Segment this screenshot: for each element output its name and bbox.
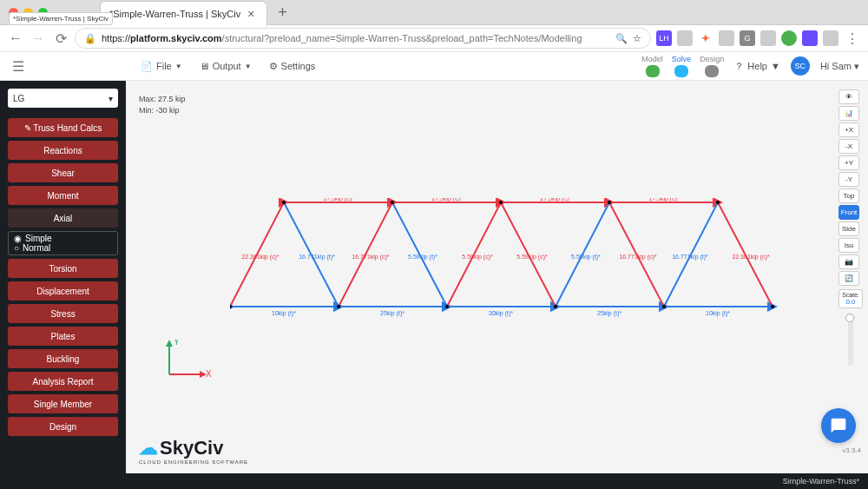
back-button[interactable]: ←	[7, 30, 24, 46]
svg-text:5.59kip (c)*: 5.59kip (c)*	[462, 254, 493, 261]
svg-point-28	[608, 201, 611, 204]
truss-diagram: 17.5kip (c)* 27.5kip (c)* 27.5kip (c)* 1…	[230, 198, 786, 320]
svg-text:10kip (t)*: 10kip (t)*	[706, 310, 730, 317]
tab-title: *Simple-Warren-Truss | SkyCiv	[109, 9, 240, 19]
sidebar-item[interactable]: Moment	[8, 186, 118, 205]
radio-normal[interactable]: ○ Normal	[14, 243, 112, 253]
svg-text:5.59kip (t)*: 5.59kip (t)*	[571, 254, 601, 261]
sidebar-item[interactable]: Shear	[8, 163, 118, 182]
chat-button[interactable]	[821, 408, 856, 443]
view-top[interactable]: Top	[838, 188, 859, 203]
address-bar: ← → ⟳ 🔒 https://platform.skyciv.com/stru…	[0, 25, 868, 52]
sidebar-item[interactable]: Design	[8, 417, 118, 436]
forward-button[interactable]: →	[30, 30, 47, 46]
view-minus-x[interactable]: -X	[838, 139, 859, 154]
reload-button[interactable]: ⟳	[52, 30, 69, 47]
skyciv-extension-icon[interactable]	[823, 30, 838, 46]
extension-icon[interactable]: LH	[656, 30, 672, 46]
sidebar-item-axial[interactable]: Axial	[8, 208, 118, 228]
svg-point-25	[282, 201, 286, 204]
view-side[interactable]: Side	[838, 221, 859, 236]
view-plus-y[interactable]: +Y	[838, 155, 859, 170]
svg-marker-50	[166, 340, 173, 347]
extension-icon[interactable]	[719, 30, 734, 46]
svg-text:25kip (t)*: 25kip (t)*	[597, 310, 621, 317]
chrome-menu-icon[interactable]: ⋮	[844, 30, 861, 47]
sidebar-item[interactable]: Plates	[8, 327, 118, 346]
url-text: https://platform.skyciv.com/structural?p…	[102, 33, 582, 43]
extension-icon[interactable]: ✦	[698, 30, 713, 46]
help-icon: ？	[734, 60, 744, 73]
sidebar-item[interactable]: Analysis Report	[8, 372, 118, 391]
mode-solve[interactable]: Solve	[672, 55, 692, 77]
view-plus-x[interactable]: +X	[838, 122, 859, 137]
avatar[interactable]: SC	[791, 56, 810, 76]
search-in-page-icon[interactable]: 🔍	[615, 33, 628, 44]
user-menu[interactable]: Hi Sam ▾	[820, 61, 859, 72]
extension-icon[interactable]	[760, 30, 776, 46]
help-menu[interactable]: ？Help▼	[734, 60, 780, 73]
svg-text:5.59kip (t)*: 5.59kip (t)*	[408, 254, 437, 261]
svg-text:25kip (t)*: 25kip (t)*	[380, 310, 404, 317]
svg-text:16.771kip (t)*: 16.771kip (t)*	[672, 254, 708, 261]
view-chart-icon[interactable]: 📊	[838, 106, 859, 121]
result-stats: Max: 27.5 kip Min: -30 kip	[139, 94, 186, 116]
radio-simple[interactable]: ◉ Simple	[14, 234, 112, 243]
sidebar-item[interactable]: Displacement	[8, 281, 118, 301]
extension-icon[interactable]	[677, 30, 693, 46]
svg-point-22	[554, 305, 557, 308]
svg-point-21	[445, 305, 449, 308]
extension-icon[interactable]: G	[740, 30, 755, 46]
extension-icon[interactable]	[781, 30, 797, 46]
status-bar: Simple-Warren-Truss*	[0, 473, 868, 489]
extension-icon[interactable]	[802, 30, 818, 46]
svg-text:30kip (t)*: 30kip (t)*	[489, 310, 513, 317]
output-menu[interactable]: 🖥Output▼	[200, 61, 252, 71]
sidebar-item[interactable]: ✎ Truss Hand Calcs	[8, 118, 118, 137]
settings-menu[interactable]: ⚙Settings	[269, 61, 316, 72]
app-header: ☰ 📄File▼ 🖥Output▼ ⚙Settings Model Solve …	[0, 52, 868, 81]
svg-text:22.361kip (c)*: 22.361kip (c)*	[241, 254, 279, 261]
view-camera-icon[interactable]: 📷	[838, 254, 859, 269]
sidebar-item[interactable]: Torsion	[8, 259, 118, 278]
window-titlebar: *Simple-Warren-Truss | SkyCiv × +	[0, 0, 868, 25]
model-canvas[interactable]: Max: 27.5 kip Min: -30 kip	[126, 81, 868, 473]
lock-icon: 🔒	[84, 33, 96, 44]
mode-model[interactable]: Model	[641, 55, 663, 77]
scale-slider[interactable]	[848, 314, 853, 366]
new-tab-button[interactable]: +	[273, 3, 293, 22]
svg-text:X: X	[206, 369, 212, 379]
view-toolbar: 👁 📊 +X -X +Y -Y Top Front Side Iso 📷 🔄 S…	[838, 89, 863, 366]
url-input[interactable]: 🔒 https://platform.skyciv.com/structural…	[75, 28, 651, 49]
version-label: v3.3.4	[842, 446, 861, 454]
view-iso[interactable]: Iso	[838, 238, 859, 253]
chat-icon	[830, 417, 847, 434]
sidebar-item[interactable]: Stress	[8, 304, 118, 323]
filename-label: Simple-Warren-Truss*	[783, 477, 859, 486]
gear-icon: ⚙	[269, 61, 278, 72]
menu-toggle-icon[interactable]: ☰	[9, 58, 28, 75]
view-refresh-icon[interactable]: 🔄	[838, 271, 859, 286]
view-visibility-icon[interactable]: 👁	[838, 89, 859, 104]
svg-text:16.771kip (c)*: 16.771kip (c)*	[619, 254, 656, 261]
svg-text:5.59kip (c)*: 5.59kip (c)*	[516, 254, 548, 261]
scale-readout: Scale: 0.0	[838, 289, 863, 308]
file-menu[interactable]: 📄File▼	[141, 61, 182, 72]
mode-design[interactable]: Design	[700, 55, 724, 77]
browser-tab[interactable]: *Simple-Warren-Truss | SkyCiv ×	[100, 1, 267, 26]
svg-point-27	[499, 201, 503, 204]
output-icon: 🖥	[200, 61, 209, 71]
sidebar-item[interactable]: Single Member	[8, 394, 118, 413]
sidebar-item[interactable]: Reactions	[8, 141, 118, 160]
svg-point-24	[771, 305, 774, 308]
view-minus-y[interactable]: -Y	[838, 172, 859, 187]
background-tab[interactable]: *Simple-Warren-Truss | SkyCiv	[9, 12, 113, 25]
svg-point-26	[391, 201, 394, 204]
bookmark-icon[interactable]: ☆	[633, 33, 641, 44]
view-front[interactable]: Front	[838, 205, 859, 220]
load-group-select[interactable]: LG▾	[8, 89, 118, 108]
close-tab-icon[interactable]: ×	[247, 7, 254, 21]
svg-text:Y: Y	[174, 340, 180, 347]
svg-point-29	[716, 201, 720, 204]
sidebar-item[interactable]: Buckling	[8, 349, 118, 368]
